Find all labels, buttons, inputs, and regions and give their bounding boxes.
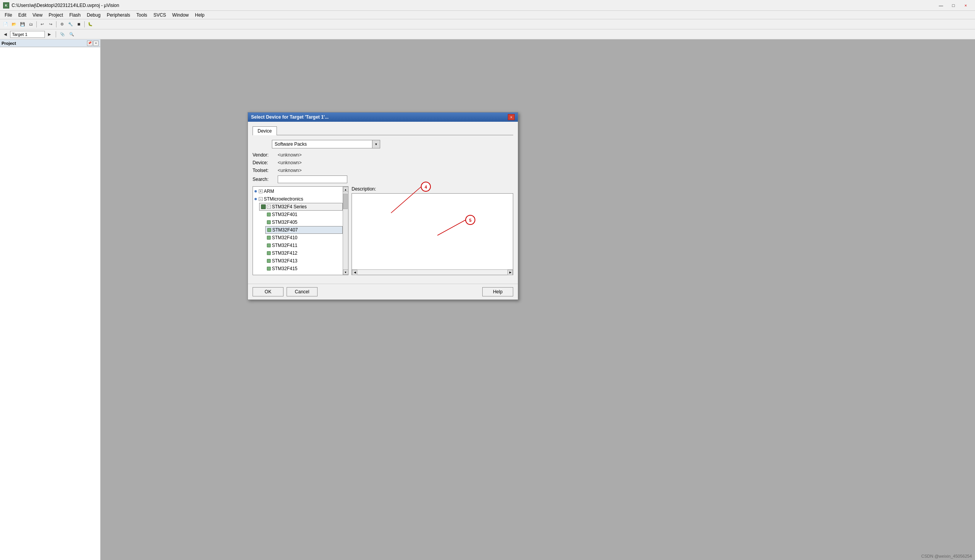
toolbar-sep-2	[56, 21, 56, 27]
dialog-close-button[interactable]: ×	[508, 114, 515, 120]
next-target-button[interactable]: ▶	[46, 31, 53, 38]
software-packs-dropdown[interactable]: Software Packs ▼	[272, 140, 380, 148]
toolbar-sep-4	[56, 31, 56, 37]
menu-file[interactable]: File	[2, 12, 15, 19]
build-button[interactable]: ⚙	[58, 20, 66, 28]
tree-item-stm32f411[interactable]: STM32F411	[265, 242, 343, 249]
window-close-button[interactable]: ×	[960, 2, 972, 9]
csdn-watermark: CSDN @weixin_45056254	[921, 554, 972, 558]
undo-button[interactable]: ↩	[38, 20, 46, 28]
description-label: Description:	[352, 186, 513, 192]
menu-view[interactable]: View	[29, 12, 46, 19]
prev-target-button[interactable]: ◀	[2, 31, 9, 38]
menu-debug[interactable]: Debug	[84, 12, 104, 19]
stop-button[interactable]: ⏹	[75, 20, 83, 28]
toolbar-btn-6[interactable]: 🔍	[68, 31, 75, 38]
panel-pin-button[interactable]: 📌	[87, 41, 92, 46]
tree-item-stm32f405[interactable]: STM32F405	[265, 218, 343, 226]
tree-item-stm32f412[interactable]: STM32F412	[265, 249, 343, 257]
f410-label: STM32F410	[272, 235, 297, 240]
toolbar-2: ◀ Target 1 ▶ 📎 🔍	[0, 29, 975, 39]
device-select-dialog: Select Device for Target 'Target 1'... ×…	[248, 112, 518, 300]
dialog-body: Device Software Packs ▼ Vendor: <unknown…	[248, 122, 518, 280]
f407-label: STM32F407	[272, 227, 298, 233]
save-all-button[interactable]: 🗂	[27, 20, 35, 28]
menu-flash[interactable]: Flash	[66, 12, 84, 19]
menu-bar: File Edit View Project Flash Debug Perip…	[0, 11, 975, 19]
right-area: Select Device for Target 'Target 1'... ×…	[101, 39, 975, 560]
dialog-buttons: OK Cancel Help	[248, 284, 518, 300]
window-controls: — □ ×	[935, 2, 972, 9]
content-split: + ARM − STMicroelectronics	[253, 186, 513, 275]
device-tree-panel: + ARM − STMicroelectronics	[253, 186, 348, 275]
tree-item-stm32f407[interactable]: STM32F407	[265, 226, 343, 234]
f412-chip-icon	[267, 251, 271, 255]
tree-item-stm32f401[interactable]: STM32F401	[265, 211, 343, 218]
menu-svcs[interactable]: SVCS	[150, 12, 169, 19]
new-file-button[interactable]: 📄	[2, 20, 9, 28]
save-button[interactable]: 💾	[19, 20, 26, 28]
menu-peripherals[interactable]: Peripherals	[104, 12, 133, 19]
vendor-row: Vendor: <unknown>	[253, 152, 513, 158]
description-box: ◀ ▶	[352, 193, 513, 275]
tree-item-stm32f4-series[interactable]: − STM32F4 Series	[259, 203, 343, 211]
target-name-input[interactable]: Target 1	[10, 31, 45, 38]
f413-chip-icon	[267, 259, 271, 263]
arm-expand-icon[interactable]: +	[259, 189, 263, 193]
dialog-btn-group-left: OK Cancel	[253, 287, 318, 296]
f405-chip-icon	[267, 220, 271, 224]
tab-device[interactable]: Device	[253, 126, 277, 135]
scroll-track[interactable]	[343, 192, 348, 269]
search-input[interactable]	[278, 175, 347, 183]
f405-label: STM32F405	[272, 220, 297, 225]
toolbar-sep-1	[36, 21, 37, 27]
help-button[interactable]: Help	[482, 287, 513, 296]
cancel-button[interactable]: Cancel	[287, 287, 318, 296]
rebuild-button[interactable]: 🔧	[67, 20, 74, 28]
maximize-button[interactable]: □	[947, 2, 960, 9]
redo-button[interactable]: ↪	[47, 20, 55, 28]
dialog-title: Select Device for Target 'Target 1'...	[251, 114, 329, 120]
search-row: Search:	[253, 175, 513, 183]
series-expand-icon[interactable]: −	[267, 205, 271, 209]
toolbar-sep-3	[84, 21, 85, 27]
f415-chip-icon	[267, 267, 271, 271]
target-selector: ◀ Target 1 ▶	[2, 31, 53, 38]
scroll-right-button[interactable]: ▶	[507, 270, 513, 275]
desc-scrollbar-h[interactable]: ◀ ▶	[352, 269, 513, 275]
open-button[interactable]: 📂	[10, 20, 18, 28]
panel-close-button[interactable]: ×	[93, 41, 99, 46]
toolbar-btn-5[interactable]: 📎	[58, 31, 66, 38]
scroll-thumb[interactable]	[343, 194, 348, 209]
tree-item-stm32f410[interactable]: STM32F410	[265, 234, 343, 242]
tree-scrollbar[interactable]: ▲ ▼	[343, 187, 348, 275]
debug-button[interactable]: 🐛	[86, 20, 94, 28]
menu-help[interactable]: Help	[192, 12, 208, 19]
series-chip-icon	[261, 204, 266, 209]
tree-item-stm[interactable]: − STMicroelectronics	[253, 195, 343, 203]
scroll-up-button[interactable]: ▲	[343, 187, 348, 192]
scroll-left-button[interactable]: ◀	[352, 270, 357, 275]
stm-label: STMicroelectronics	[264, 196, 303, 202]
f411-chip-icon	[267, 243, 271, 247]
tree-item-arm[interactable]: + ARM	[253, 187, 343, 195]
main-area: Project 📌 × Select Device for Target 'Ta…	[0, 39, 975, 560]
menu-edit[interactable]: Edit	[15, 12, 29, 19]
tree-item-stm32f413[interactable]: STM32F413	[265, 257, 343, 265]
panel-controls: 📌 ×	[87, 41, 99, 46]
stm-expand-icon[interactable]: −	[259, 197, 263, 201]
toolset-row: Toolset: <unknown>	[253, 168, 513, 173]
menu-project[interactable]: Project	[46, 12, 66, 19]
tree-scroll-area[interactable]: + ARM − STMicroelectronics	[253, 187, 343, 275]
f412-label: STM32F412	[272, 250, 297, 256]
ok-button[interactable]: OK	[253, 287, 283, 296]
tree-item-stm32f415[interactable]: STM32F415	[265, 265, 343, 272]
minimize-button[interactable]: —	[935, 2, 947, 9]
scroll-down-button[interactable]: ▼	[343, 269, 348, 275]
menu-window[interactable]: Window	[169, 12, 192, 19]
toolset-label: Toolset:	[253, 168, 278, 173]
title-bar: K C:\Users\wj\Desktop\20231214\LED.uvpro…	[0, 0, 975, 11]
menu-tools[interactable]: Tools	[133, 12, 150, 19]
f407-chip-icon	[267, 228, 271, 232]
modal-overlay: Select Device for Target 'Target 1'... ×…	[101, 39, 975, 560]
